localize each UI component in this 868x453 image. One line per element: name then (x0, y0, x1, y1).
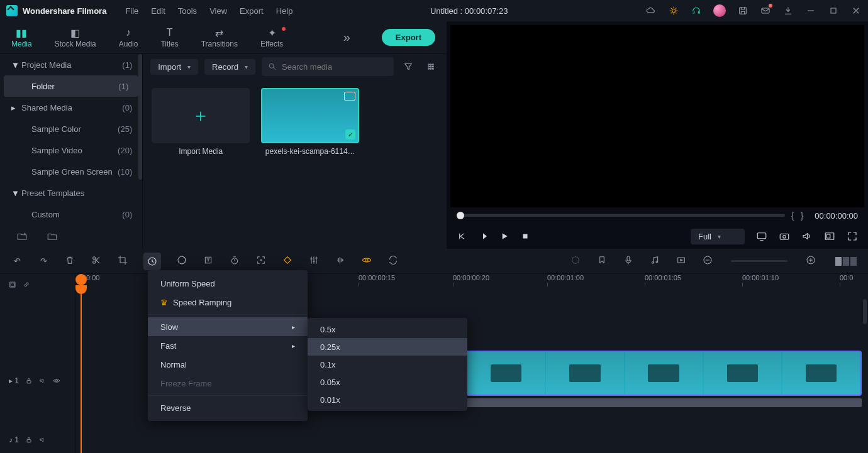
tab-effects[interactable]: ✦Effects (260, 27, 283, 48)
headset-icon[interactable] (691, 5, 702, 16)
mute-icon[interactable] (39, 377, 47, 385)
sub-0-25x[interactable]: 0.25x (308, 338, 467, 356)
search-field[interactable] (282, 62, 387, 72)
video-track-header[interactable]: ▸ 1 (0, 374, 75, 387)
volume-icon[interactable] (801, 231, 813, 242)
tab-audio[interactable]: ♪Audio (119, 27, 138, 48)
ctx-fast[interactable]: Fast▸ (148, 336, 308, 355)
sub-0-05x[interactable]: 0.05x (308, 373, 467, 391)
mute-icon[interactable] (39, 436, 47, 444)
grid-view-icon[interactable] (423, 58, 439, 75)
marker-icon[interactable] (596, 255, 608, 267)
tab-transitions[interactable]: ⇄Transitions (201, 27, 238, 48)
filter-icon[interactable] (400, 58, 416, 75)
redo-icon[interactable]: ↷ (38, 256, 49, 266)
close-icon[interactable] (850, 5, 862, 16)
playhead[interactable] (81, 274, 82, 453)
sidebar-sample-green[interactable]: Sample Green Screen(10) (0, 161, 142, 182)
mark-in-icon[interactable]: { (791, 210, 794, 221)
search-input[interactable] (262, 57, 394, 76)
timeline-scrollbar[interactable] (863, 299, 867, 324)
zoom-out-icon[interactable] (702, 255, 713, 267)
repeat-icon[interactable] (387, 255, 399, 267)
speed-icon[interactable] (143, 253, 161, 270)
adjust-icon[interactable] (308, 255, 320, 267)
download-icon[interactable] (782, 5, 794, 16)
display-icon[interactable] (756, 231, 767, 242)
delete-icon[interactable] (64, 255, 75, 267)
preview-seekbar[interactable] (457, 214, 785, 217)
play-pause-icon[interactable] (478, 231, 488, 241)
timer-icon[interactable] (229, 255, 240, 267)
audio-wave-icon[interactable] (335, 255, 346, 267)
sub-0-01x[interactable]: 0.01x (308, 391, 467, 408)
stop-icon[interactable] (521, 232, 530, 241)
ctx-normal[interactable]: Normal (148, 355, 308, 374)
text-icon[interactable] (203, 255, 214, 267)
sub-0-1x[interactable]: 0.1x (308, 356, 467, 373)
sidebar-folder[interactable]: Folder(1) (4, 75, 138, 97)
music-icon[interactable] (649, 255, 660, 267)
zoom-slider[interactable] (731, 260, 787, 262)
ctx-slow[interactable]: Slow▸ (148, 317, 308, 336)
target-icon[interactable] (570, 255, 581, 267)
record-dropdown[interactable]: Record▾ (204, 59, 255, 75)
sidebar-sample-video[interactable]: Sample Video(20) (0, 139, 142, 161)
tabs-more-icon[interactable]: » (343, 30, 350, 45)
crop-icon[interactable] (117, 255, 128, 267)
sidebar-scrollbar[interactable] (138, 54, 142, 180)
ctx-reverse[interactable]: Reverse (148, 398, 308, 417)
motion-icon[interactable] (361, 255, 372, 267)
menu-tools[interactable]: Tools (178, 6, 197, 16)
gutter-link-icon[interactable] (23, 281, 30, 290)
cloud-icon[interactable] (645, 5, 657, 16)
prev-frame-icon[interactable] (457, 231, 467, 241)
ctx-speed-ramping[interactable]: ♛Speed Ramping (148, 293, 308, 312)
avatar[interactable] (713, 4, 726, 17)
media-clip-tile[interactable]: ✓ pexels-kei-scampa-6114… (261, 88, 359, 156)
sidebar-sample-color[interactable]: Sample Color(25) (0, 118, 142, 139)
new-folder-icon[interactable] (16, 231, 28, 244)
sidebar-shared-media[interactable]: ▸Shared Media(0) (0, 97, 142, 118)
minimize-icon[interactable] (805, 5, 816, 16)
keyframe-icon[interactable] (282, 255, 293, 267)
ctx-uniform-speed[interactable]: Uniform Speed (148, 274, 308, 293)
sidebar-project-media[interactable]: ▼Project Media(1) (0, 54, 142, 75)
import-dropdown[interactable]: Import▾ (150, 59, 198, 75)
split-icon[interactable] (91, 255, 102, 267)
focus-icon[interactable] (255, 255, 267, 267)
color-icon[interactable] (176, 255, 187, 267)
menu-help[interactable]: Help (276, 6, 293, 16)
tab-media[interactable]: ▮▮Media (11, 27, 32, 48)
lock-icon[interactable] (25, 436, 33, 444)
gutter-thumbnail-icon[interactable] (9, 281, 16, 290)
mic-icon[interactable] (623, 255, 634, 267)
play-icon[interactable] (499, 231, 509, 241)
maximize-icon[interactable] (828, 5, 839, 16)
render-icon[interactable] (676, 255, 687, 267)
sub-0-5x[interactable]: 0.5x (308, 320, 467, 338)
mail-icon[interactable] (760, 5, 771, 16)
import-media-tile[interactable]: ＋ Import Media (152, 88, 250, 156)
menu-view[interactable]: View (209, 6, 227, 16)
menu-edit[interactable]: Edit (151, 6, 165, 16)
zoom-in-icon[interactable] (805, 255, 816, 267)
menu-export[interactable]: Export (240, 6, 264, 16)
layout-icon[interactable] (824, 231, 835, 242)
lock-icon[interactable] (25, 377, 33, 385)
preview-viewport[interactable] (450, 25, 864, 207)
undo-icon[interactable]: ↶ (11, 256, 23, 266)
eye-icon[interactable] (53, 377, 60, 385)
tab-titles[interactable]: TTitles (160, 27, 178, 48)
tab-stock-media[interactable]: ◧Stock Media (55, 27, 96, 48)
sidebar-preset-templates[interactable]: ▼Preset Templates (0, 182, 142, 204)
quality-dropdown[interactable]: Full▾ (691, 229, 745, 244)
save-icon[interactable] (737, 5, 748, 16)
sidebar-custom[interactable]: Custom(0) (0, 204, 142, 225)
view-mode-icon[interactable] (835, 257, 857, 266)
mark-out-icon[interactable]: } (801, 210, 804, 221)
export-button[interactable]: Export (382, 29, 435, 46)
fullscreen-icon[interactable] (847, 231, 858, 242)
snapshot-icon[interactable] (779, 231, 790, 242)
sparkle-icon[interactable] (668, 5, 679, 16)
